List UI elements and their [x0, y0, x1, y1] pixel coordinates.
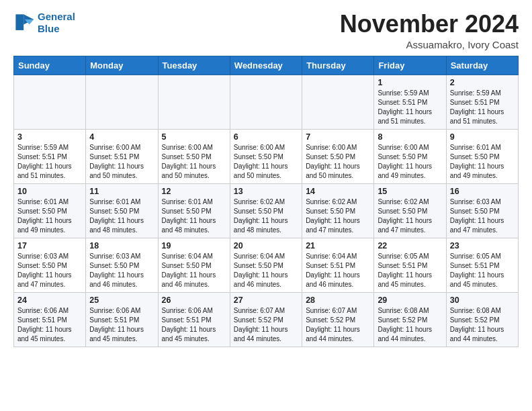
day-info: Sunrise: 6:08 AM Sunset: 5:52 PM Dayligh…	[378, 306, 442, 344]
day-info: Sunrise: 6:07 AM Sunset: 5:52 PM Dayligh…	[306, 306, 370, 344]
location: Assuamakro, Ivory Coast	[340, 39, 519, 50]
day-number: 24	[17, 295, 82, 305]
calendar: SundayMondayTuesdayWednesdayThursdayFrid…	[13, 56, 519, 347]
day-info: Sunrise: 6:05 AM Sunset: 5:51 PM Dayligh…	[378, 252, 442, 289]
calendar-cell: 4Sunrise: 6:00 AM Sunset: 5:51 PM Daylig…	[86, 129, 158, 183]
day-info: Sunrise: 5:59 AM Sunset: 5:51 PM Dayligh…	[378, 89, 442, 126]
day-info: Sunrise: 6:04 AM Sunset: 5:50 PM Dayligh…	[234, 252, 298, 289]
page: General Blue November 2024 Assuamakro, I…	[0, 0, 532, 358]
day-number: 26	[162, 295, 226, 305]
day-number: 3	[17, 132, 82, 142]
calendar-cell: 30Sunrise: 6:08 AM Sunset: 5:52 PM Dayli…	[446, 292, 518, 347]
day-number: 14	[306, 187, 370, 196]
calendar-week-row: 10Sunrise: 6:01 AM Sunset: 5:50 PM Dayli…	[14, 183, 519, 238]
calendar-cell: 12Sunrise: 6:01 AM Sunset: 5:50 PM Dayli…	[158, 183, 230, 238]
day-number: 23	[450, 241, 515, 250]
logo-icon	[13, 12, 35, 34]
month-title: November 2024	[340, 11, 519, 38]
day-info: Sunrise: 6:01 AM Sunset: 5:50 PM Dayligh…	[162, 197, 226, 235]
calendar-cell: 16Sunrise: 6:03 AM Sunset: 5:50 PM Dayli…	[446, 183, 518, 238]
calendar-cell: 2Sunrise: 5:59 AM Sunset: 5:51 PM Daylig…	[446, 75, 518, 129]
day-info: Sunrise: 6:02 AM Sunset: 5:50 PM Dayligh…	[234, 197, 298, 235]
day-info: Sunrise: 6:03 AM Sunset: 5:50 PM Dayligh…	[17, 252, 82, 289]
calendar-week-row: 1Sunrise: 5:59 AM Sunset: 5:51 PM Daylig…	[14, 75, 519, 129]
day-number: 9	[450, 132, 515, 142]
calendar-cell: 27Sunrise: 6:07 AM Sunset: 5:52 PM Dayli…	[230, 292, 302, 347]
day-number: 21	[306, 241, 370, 250]
day-number: 8	[378, 132, 442, 142]
calendar-week-row: 17Sunrise: 6:03 AM Sunset: 5:50 PM Dayli…	[14, 238, 519, 292]
calendar-cell: 23Sunrise: 6:05 AM Sunset: 5:51 PM Dayli…	[446, 238, 518, 292]
calendar-cell: 9Sunrise: 6:01 AM Sunset: 5:50 PM Daylig…	[446, 129, 518, 183]
calendar-cell: 6Sunrise: 6:00 AM Sunset: 5:50 PM Daylig…	[230, 129, 302, 183]
day-info: Sunrise: 6:00 AM Sunset: 5:51 PM Dayligh…	[89, 143, 154, 181]
day-number: 13	[234, 187, 298, 196]
weekday-header: Tuesday	[158, 56, 230, 75]
calendar-cell	[230, 75, 302, 129]
calendar-cell: 17Sunrise: 6:03 AM Sunset: 5:50 PM Dayli…	[14, 238, 86, 292]
calendar-cell: 29Sunrise: 6:08 AM Sunset: 5:52 PM Dayli…	[374, 292, 446, 347]
day-info: Sunrise: 6:00 AM Sunset: 5:50 PM Dayligh…	[234, 143, 298, 181]
calendar-cell: 18Sunrise: 6:03 AM Sunset: 5:50 PM Dayli…	[86, 238, 158, 292]
calendar-cell: 10Sunrise: 6:01 AM Sunset: 5:50 PM Dayli…	[14, 183, 86, 238]
day-number: 7	[306, 132, 370, 142]
calendar-cell: 24Sunrise: 6:06 AM Sunset: 5:51 PM Dayli…	[14, 292, 86, 347]
calendar-cell: 20Sunrise: 6:04 AM Sunset: 5:50 PM Dayli…	[230, 238, 302, 292]
calendar-cell: 8Sunrise: 6:00 AM Sunset: 5:50 PM Daylig…	[374, 129, 446, 183]
weekday-header: Sunday	[14, 56, 86, 75]
day-info: Sunrise: 6:01 AM Sunset: 5:50 PM Dayligh…	[450, 143, 515, 181]
calendar-week-row: 3Sunrise: 5:59 AM Sunset: 5:51 PM Daylig…	[14, 129, 519, 183]
calendar-cell: 11Sunrise: 6:01 AM Sunset: 5:50 PM Dayli…	[86, 183, 158, 238]
calendar-cell: 1Sunrise: 5:59 AM Sunset: 5:51 PM Daylig…	[374, 75, 446, 129]
day-number: 29	[378, 295, 442, 305]
calendar-cell: 22Sunrise: 6:05 AM Sunset: 5:51 PM Dayli…	[374, 238, 446, 292]
day-info: Sunrise: 6:01 AM Sunset: 5:50 PM Dayligh…	[89, 197, 154, 235]
weekday-header: Thursday	[302, 56, 374, 75]
day-number: 17	[17, 241, 82, 250]
calendar-cell	[302, 75, 374, 129]
calendar-cell: 21Sunrise: 6:04 AM Sunset: 5:51 PM Dayli…	[302, 238, 374, 292]
day-number: 27	[234, 295, 298, 305]
day-number: 16	[450, 187, 515, 196]
day-info: Sunrise: 6:02 AM Sunset: 5:50 PM Dayligh…	[378, 197, 442, 235]
day-info: Sunrise: 6:02 AM Sunset: 5:50 PM Dayligh…	[306, 197, 370, 235]
day-number: 22	[378, 241, 442, 250]
day-number: 12	[162, 187, 226, 196]
header: General Blue November 2024 Assuamakro, I…	[13, 11, 519, 50]
logo: General Blue	[13, 11, 75, 35]
day-number: 28	[306, 295, 370, 305]
day-info: Sunrise: 6:05 AM Sunset: 5:51 PM Dayligh…	[450, 252, 515, 289]
logo-line2: Blue	[38, 23, 60, 34]
calendar-cell: 26Sunrise: 6:06 AM Sunset: 5:51 PM Dayli…	[158, 292, 230, 347]
day-number: 10	[17, 187, 82, 196]
day-info: Sunrise: 6:04 AM Sunset: 5:50 PM Dayligh…	[162, 252, 226, 289]
day-info: Sunrise: 5:59 AM Sunset: 5:51 PM Dayligh…	[17, 143, 82, 181]
calendar-cell: 15Sunrise: 6:02 AM Sunset: 5:50 PM Dayli…	[374, 183, 446, 238]
svg-rect-0	[15, 14, 24, 30]
logo-text: General Blue	[38, 11, 75, 35]
weekday-header: Monday	[86, 56, 158, 75]
day-number: 2	[450, 78, 515, 87]
calendar-cell: 25Sunrise: 6:06 AM Sunset: 5:51 PM Dayli…	[86, 292, 158, 347]
calendar-cell: 13Sunrise: 6:02 AM Sunset: 5:50 PM Dayli…	[230, 183, 302, 238]
weekday-header: Friday	[374, 56, 446, 75]
calendar-cell: 19Sunrise: 6:04 AM Sunset: 5:50 PM Dayli…	[158, 238, 230, 292]
day-info: Sunrise: 6:00 AM Sunset: 5:50 PM Dayligh…	[378, 143, 442, 181]
day-number: 20	[234, 241, 298, 250]
day-info: Sunrise: 6:03 AM Sunset: 5:50 PM Dayligh…	[89, 252, 154, 289]
day-info: Sunrise: 6:06 AM Sunset: 5:51 PM Dayligh…	[17, 306, 82, 344]
calendar-cell: 5Sunrise: 6:00 AM Sunset: 5:50 PM Daylig…	[158, 129, 230, 183]
day-number: 4	[89, 132, 154, 142]
logo-line1: General	[38, 11, 75, 22]
calendar-header-row: SundayMondayTuesdayWednesdayThursdayFrid…	[14, 56, 519, 75]
calendar-cell: 28Sunrise: 6:07 AM Sunset: 5:52 PM Dayli…	[302, 292, 374, 347]
day-number: 25	[89, 295, 154, 305]
day-info: Sunrise: 5:59 AM Sunset: 5:51 PM Dayligh…	[450, 89, 515, 126]
day-number: 18	[89, 241, 154, 250]
day-number: 19	[162, 241, 226, 250]
calendar-cell: 14Sunrise: 6:02 AM Sunset: 5:50 PM Dayli…	[302, 183, 374, 238]
calendar-cell: 3Sunrise: 5:59 AM Sunset: 5:51 PM Daylig…	[14, 129, 86, 183]
day-number: 15	[378, 187, 442, 196]
day-number: 6	[234, 132, 298, 142]
weekday-header: Wednesday	[230, 56, 302, 75]
